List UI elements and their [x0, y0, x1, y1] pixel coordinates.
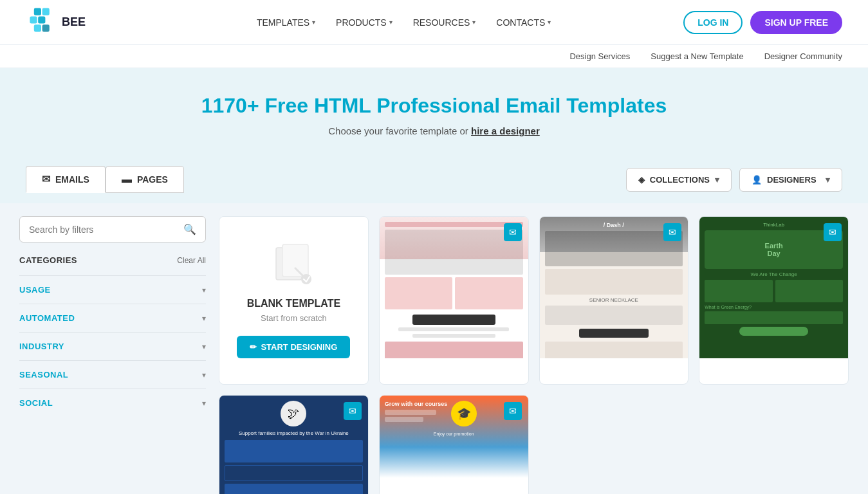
nav-contacts[interactable]: CONTACTS ▾ [496, 17, 551, 28]
template-card-5[interactable]: ✉ Grow with our courses 🎓 Enjoy our prom… [379, 395, 529, 494]
chevron-down-icon: ▾ [715, 175, 719, 185]
categories-label: CATEGORIES [19, 255, 77, 265]
chevron-down-icon: ▾ [202, 314, 206, 323]
filter-social[interactable]: SOCIAL ▾ [19, 389, 206, 417]
clear-all-button[interactable]: Clear All [177, 256, 206, 265]
designers-icon: 👤 [752, 175, 762, 185]
toolbar: ✉ EMAILS ▬ PAGES ◈ COLLECTIONS ▾ 👤 DESIG… [0, 156, 868, 203]
chevron-down-icon: ▾ [202, 286, 206, 295]
pencil-icon: ✏ [250, 342, 257, 352]
mail-badge: ✉ [663, 223, 681, 241]
designers-dropdown[interactable]: 👤 DESIGNERS ▾ [739, 168, 842, 192]
collections-icon: ◈ [638, 175, 645, 185]
svg-rect-2 [30, 16, 37, 23]
designer-community-link[interactable]: Designer Community [764, 51, 842, 61]
chevron-down-icon: ▾ [389, 19, 392, 26]
mail-badge: ✉ [504, 402, 522, 420]
tab-pages[interactable]: ▬ PAGES [106, 166, 184, 193]
template-card-4[interactable]: ✉ 🕊 Support families impacted by the War… [219, 395, 369, 494]
filter-industry[interactable]: INDUSTRY ▾ [19, 332, 206, 360]
blank-template-title: BLANK TEMPLATE [247, 298, 340, 309]
chevron-down-icon: ▾ [202, 399, 206, 408]
hero-section: 1170+ Free HTML Professional Email Templ… [0, 68, 868, 156]
sidebar: 🔍 CATEGORIES Clear All USAGE ▾ AUTOMATED… [19, 216, 206, 494]
chevron-down-icon: ▾ [202, 342, 206, 351]
collections-dropdown[interactable]: ◈ COLLECTIONS ▾ [626, 168, 732, 192]
filter-automated[interactable]: AUTOMATED ▾ [19, 304, 206, 332]
nav-templates[interactable]: TEMPLATES ▾ [257, 17, 315, 28]
blank-template-icon [271, 242, 316, 288]
logo[interactable]: BEE [26, 7, 86, 38]
blank-template-subtitle: Start from scratch [261, 313, 327, 323]
signup-button[interactable]: SIGN UP FREE [750, 11, 842, 34]
main-content: 🔍 CATEGORIES Clear All USAGE ▾ AUTOMATED… [0, 203, 868, 494]
header: BEE TEMPLATES ▾ PRODUCTS ▾ RESOURCES ▾ C… [0, 0, 868, 45]
dropdown-group: ◈ COLLECTIONS ▾ 👤 DESIGNERS ▾ [626, 168, 842, 192]
hero-subtitle: Choose your favorite template or hire a … [13, 125, 855, 136]
chevron-down-icon: ▾ [472, 19, 476, 26]
filter-usage[interactable]: USAGE ▾ [19, 275, 206, 304]
categories-header: CATEGORIES Clear All [19, 255, 206, 265]
hire-designer-link[interactable]: hire a designer [471, 125, 540, 136]
nav-products[interactable]: PRODUCTS ▾ [336, 17, 392, 28]
svg-rect-5 [42, 24, 50, 32]
svg-point-8 [301, 274, 311, 284]
tab-emails[interactable]: ✉ EMAILS [26, 166, 106, 193]
mail-badge: ✉ [824, 223, 842, 241]
bee-logo-icon [26, 7, 57, 38]
logo-text: BEE [62, 15, 86, 29]
nav-resources[interactable]: RESOURCES ▾ [413, 17, 476, 28]
svg-rect-7 [282, 244, 308, 277]
search-icon[interactable]: 🔍 [183, 223, 196, 235]
svg-rect-4 [34, 24, 41, 32]
sub-nav: Design Services Suggest a New Template D… [0, 45, 868, 68]
chevron-down-icon: ▾ [548, 19, 551, 26]
main-nav: TEMPLATES ▾ PRODUCTS ▾ RESOURCES ▾ CONTA… [124, 17, 683, 28]
svg-rect-3 [38, 16, 45, 23]
svg-rect-1 [42, 8, 50, 15]
tab-group: ✉ EMAILS ▬ PAGES [26, 166, 184, 193]
search-input[interactable] [29, 224, 183, 235]
template-card-3[interactable]: ✉ ThinkLab Earth Day We Are The Change [699, 216, 849, 385]
chevron-down-icon: ▾ [202, 370, 206, 380]
template-card-2[interactable]: ✉ / Dash / SENIOR NECKLACE [539, 216, 689, 385]
filter-seasonal[interactable]: SEASONAL ▾ [19, 360, 206, 389]
hero-title: 1170+ Free HTML Professional Email Templ… [13, 94, 855, 118]
design-services-link[interactable]: Design Services [569, 51, 630, 61]
mail-badge: ✉ [344, 402, 362, 420]
svg-rect-0 [34, 8, 41, 15]
suggest-template-link[interactable]: Suggest a New Template [651, 51, 743, 61]
email-tab-icon: ✉ [42, 173, 50, 185]
blank-template-card[interactable]: BLANK TEMPLATE Start from scratch ✏ STAR… [219, 216, 369, 385]
search-box: 🔍 [19, 216, 206, 242]
chevron-down-icon: ▾ [826, 175, 830, 185]
template-card-1[interactable]: ✉ [379, 216, 529, 385]
mail-badge: ✉ [504, 223, 522, 241]
login-button[interactable]: LOG IN [683, 11, 743, 34]
templates-grid: BLANK TEMPLATE Start from scratch ✏ STAR… [219, 216, 849, 494]
chevron-down-icon: ▾ [312, 19, 315, 26]
header-actions: LOG IN SIGN UP FREE [683, 11, 842, 34]
pages-tab-icon: ▬ [122, 174, 132, 185]
start-designing-button[interactable]: ✏ START DESIGNING [237, 336, 350, 358]
